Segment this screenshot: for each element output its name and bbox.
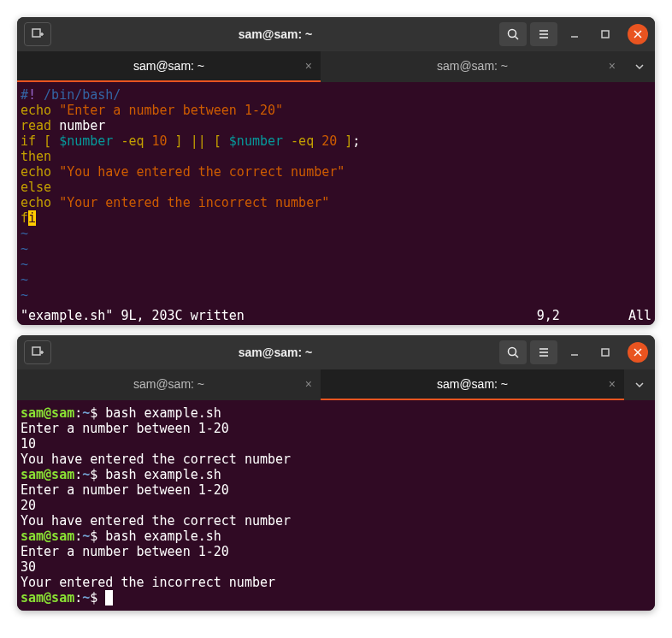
kw-echo: echo: [21, 103, 51, 118]
shebang-bang: !: [28, 87, 36, 103]
hamburger-icon: [537, 27, 551, 41]
op-eq: -eq: [283, 133, 321, 149]
new-tab-icon: [31, 27, 44, 41]
svg-line-16: [516, 355, 519, 358]
out: Enter a number between 1-20: [21, 421, 229, 436]
terminal-content-shell[interactable]: sam@sam:~$ bash example.sh Enter a numbe…: [17, 400, 655, 611]
tab-1[interactable]: sam@sam: ~ ×: [17, 369, 321, 400]
close-button[interactable]: [628, 342, 648, 363]
str: "Enter a number between 1-20": [59, 103, 283, 118]
kw-echo: echo: [21, 164, 51, 180]
close-icon: [634, 30, 642, 38]
menu-button[interactable]: [530, 22, 557, 46]
chevron-down-icon: [634, 62, 645, 72]
status-position: 9,2: [537, 308, 560, 323]
menu-button[interactable]: [530, 340, 557, 364]
vim-status-line: "example.sh" 9L, 203C written 9,2 All: [17, 308, 655, 325]
svg-rect-0: [32, 29, 40, 37]
out: Enter a number between 1-20: [21, 544, 229, 559]
tab-close-icon[interactable]: ×: [609, 59, 616, 73]
bracket: [: [36, 133, 59, 149]
maximize-button[interactable]: [592, 340, 619, 364]
tab-bar: sam@sam: ~ × sam@sam: ~ ×: [17, 51, 655, 82]
close-button[interactable]: [628, 24, 648, 44]
shebang-path: /bin/bash/: [36, 87, 121, 103]
cmd: bash example.sh: [105, 467, 221, 482]
svg-point-15: [509, 348, 516, 356]
num: 10: [152, 133, 168, 149]
shebang-hash: #: [21, 87, 28, 103]
svg-line-4: [516, 37, 519, 40]
kw-else: else: [21, 180, 51, 195]
tilde: ~: [21, 226, 28, 241]
bracket: ]: [168, 133, 191, 149]
prompt-sep: :: [74, 467, 82, 482]
tilde: ~: [21, 241, 28, 257]
tab-close-icon[interactable]: ×: [305, 59, 312, 73]
prompt-sep: :: [74, 405, 82, 421]
svg-rect-9: [602, 31, 609, 38]
new-tab-button[interactable]: [24, 22, 51, 46]
kw-echo: echo: [21, 195, 51, 210]
new-tab-button[interactable]: [24, 340, 51, 364]
minimize-button[interactable]: [561, 22, 588, 46]
tab-label: sam@sam: ~: [133, 59, 204, 73]
search-button[interactable]: [499, 340, 527, 364]
cmd: bash example.sh: [105, 405, 221, 421]
status-scroll: All: [628, 308, 651, 323]
cmd: bash example.sh: [105, 529, 221, 544]
var: $number: [229, 133, 283, 149]
maximize-button[interactable]: [592, 22, 619, 46]
num: 20: [321, 133, 337, 149]
terminal-content-vim[interactable]: #! /bin/bash/ echo "Enter a number betwe…: [17, 82, 655, 308]
maximize-icon: [600, 29, 610, 39]
kw-read: read: [21, 118, 51, 133]
minimize-button[interactable]: [561, 340, 588, 364]
prompt-path: ~: [82, 405, 90, 421]
tilde: ~: [21, 257, 28, 272]
kw-if: if: [21, 133, 36, 149]
terminal-window-2: sam@sam: ~ sam@sam: ~ × sam@sam: ~ × sam…: [17, 335, 655, 611]
titlebar: sam@sam: ~: [17, 17, 655, 51]
kw-fi: f: [21, 210, 28, 226]
kw-then: then: [21, 149, 51, 164]
titlebar: sam@sam: ~: [17, 335, 655, 369]
str: "You have entered the correct number": [59, 164, 345, 180]
tab-menu-button[interactable]: [624, 369, 655, 400]
shell-cursor: [105, 590, 113, 606]
status-filename: "example.sh" 9L, 203C written: [21, 308, 245, 323]
tab-bar: sam@sam: ~ × sam@sam: ~ ×: [17, 369, 655, 400]
prompt-path: ~: [82, 590, 90, 606]
prompt-user: sam@sam: [21, 590, 74, 606]
prompt-path: ~: [82, 467, 90, 482]
input: 30: [21, 559, 36, 575]
input: 10: [21, 436, 36, 452]
tab-label: sam@sam: ~: [437, 59, 508, 73]
out: You have entered the correct number: [21, 452, 291, 467]
tilde: ~: [21, 272, 28, 287]
tab-menu-button[interactable]: [624, 51, 655, 82]
bracket: ]: [337, 133, 352, 149]
prompt-dollar: $: [90, 590, 105, 606]
new-tab-icon: [31, 346, 44, 359]
tab-close-icon[interactable]: ×: [305, 377, 312, 391]
op-eq: -eq: [113, 133, 151, 149]
bracket: [: [206, 133, 229, 149]
var: $number: [59, 133, 113, 149]
window-title: sam@sam: ~: [55, 27, 496, 41]
minimize-icon: [569, 29, 580, 39]
tilde: ~: [21, 287, 28, 303]
prompt-path: ~: [82, 529, 90, 544]
svg-point-3: [509, 30, 516, 38]
prompt-dollar: $: [90, 405, 105, 421]
out: Enter a number between 1-20: [21, 482, 229, 498]
prompt-user: sam@sam: [21, 467, 74, 482]
tab-2[interactable]: sam@sam: ~ ×: [321, 369, 624, 400]
svg-rect-21: [602, 349, 609, 356]
prompt-sep: :: [74, 529, 82, 544]
search-button[interactable]: [499, 22, 527, 46]
tab-2[interactable]: sam@sam: ~ ×: [321, 51, 624, 82]
tab-1[interactable]: sam@sam: ~ ×: [17, 51, 321, 82]
maximize-icon: [600, 347, 610, 357]
tab-close-icon[interactable]: ×: [609, 377, 616, 391]
